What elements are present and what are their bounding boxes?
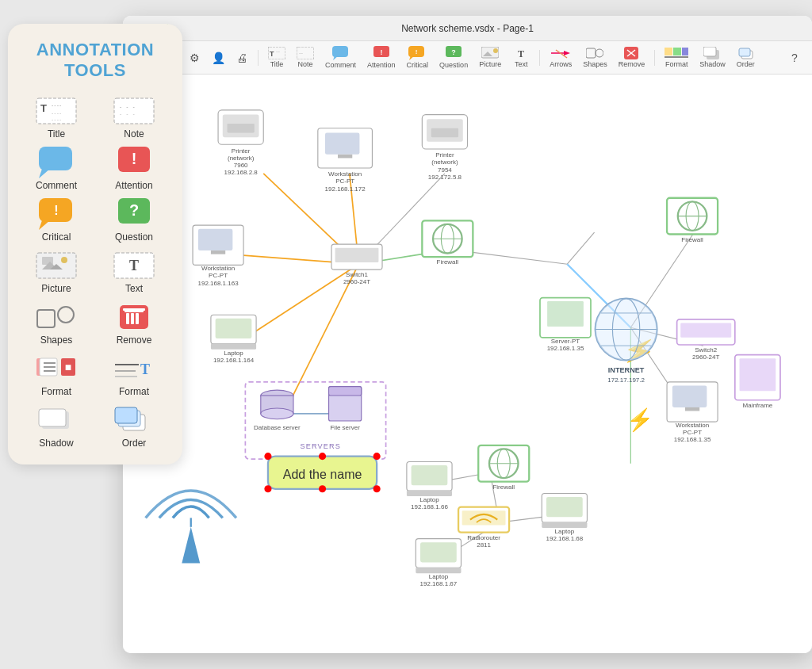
toolbar-group-comment[interactable]: Comment — [320, 44, 361, 71]
picture-svg — [36, 252, 77, 279]
svg-point-214 — [319, 453, 326, 460]
svg-text:!: ! — [416, 48, 418, 55]
toolbar-group-critical[interactable]: ! Critical — [402, 44, 434, 71]
svg-text:192.168.1.68: 192.168.1.68 — [546, 535, 583, 542]
comment-label: Comment — [36, 180, 77, 191]
svg-text:⚡: ⚡ — [626, 407, 654, 433]
svg-rect-53 — [332, 46, 348, 57]
svg-rect-180 — [329, 387, 362, 396]
tool-format-color[interactable]: ■ Format — [21, 354, 92, 397]
svg-text:192.168.2.8: 192.168.2.8 — [224, 169, 259, 176]
svg-text:2960-24T: 2960-24T — [692, 354, 719, 361]
title-svg: T ---- ---- ---- — [36, 97, 77, 124]
toolbar-group-picture[interactable]: Picture — [474, 45, 506, 70]
order-svg — [113, 407, 155, 434]
node-switch2: Switch2 2960-24T — [677, 319, 735, 361]
attention-icon: ! — [113, 147, 155, 178]
node-laptop4: Laptop 192.168.1.67 — [416, 539, 461, 587]
tool-attention[interactable]: ! Attention — [98, 147, 170, 191]
svg-point-70 — [596, 49, 603, 57]
svg-text:192.168.1.164: 192.168.1.164 — [213, 357, 255, 364]
toolbar-group-remove[interactable]: Remove — [614, 45, 650, 70]
tool-critical[interactable]: ! Critical — [21, 199, 92, 243]
svg-rect-31 — [123, 308, 145, 311]
svg-point-210 — [264, 453, 271, 460]
tool-note[interactable]: - - - - - - Note — [98, 96, 170, 140]
node-wifi — [146, 491, 236, 563]
canvas-area[interactable]: ⚡ ⚡ ⚡ Printer (network) 7960 192.168.2.8 — [123, 75, 812, 653]
format-text-icon: T — [113, 354, 155, 384]
format-color-icon: ■ — [36, 354, 77, 384]
node-mainframe: Mainframe — [735, 355, 780, 409]
tool-shadow[interactable]: Shadow — [21, 405, 92, 449]
tool-format-text[interactable]: T Format — [98, 354, 170, 397]
svg-text:Laptop: Laptop — [224, 350, 243, 357]
toolbar-group-order[interactable]: Order — [732, 45, 760, 70]
tool-comment[interactable]: Comment — [21, 147, 92, 191]
svg-rect-28 — [126, 313, 129, 324]
critical-svg: ! — [36, 197, 77, 231]
tool-text[interactable]: T Text — [98, 250, 170, 294]
svg-text:192.172.5.8: 192.172.5.8 — [428, 174, 462, 181]
toolbar-separator-3 — [654, 50, 655, 66]
svg-text:T: T — [140, 361, 150, 377]
svg-text:PC-PT: PC-PT — [335, 178, 354, 185]
svg-point-25 — [58, 307, 74, 323]
tool-question[interactable]: ? Question — [98, 199, 170, 243]
toolbar-note-label: Note — [298, 60, 313, 68]
add-name-group[interactable]: Add the name — [264, 453, 380, 492]
toolbar-group-shadow[interactable]: Shadow — [695, 45, 730, 70]
tool-title[interactable]: T ---- ---- ---- Title — [21, 96, 92, 140]
toolbar-group-shapes[interactable]: Shapes — [578, 45, 612, 70]
toolbar-group-attention[interactable]: ! Attention — [362, 44, 400, 71]
question-svg: ? — [113, 197, 155, 231]
svg-text:----: ---- — [52, 110, 62, 116]
tool-order[interactable]: Order — [98, 405, 170, 449]
node-serverpt: Server-PT 192.168.1.35 — [540, 298, 591, 352]
toolbar-critical-label: Critical — [407, 61, 429, 69]
svg-text:2811: 2811 — [477, 541, 491, 549]
toolbar-group-note[interactable]: --- Note — [292, 45, 319, 70]
toolbar-icon-1[interactable]: ⚙ — [183, 47, 205, 69]
toolbar-group-format[interactable]: Format — [660, 45, 693, 70]
toolbar-arrows-icon — [550, 47, 572, 59]
title-bar: Network scheme.vsdx - Page-1 — [123, 16, 812, 41]
app-window: Network scheme.vsdx - Page-1 Annotate ⚙ … — [123, 16, 812, 653]
toolbar-icon-2[interactable]: 👤 — [207, 47, 229, 69]
svg-text:T: T — [518, 48, 524, 59]
toolbar-note-icon: --- — [297, 47, 314, 59]
svg-text:7960: 7960 — [234, 162, 248, 169]
tool-shapes[interactable]: Shapes — [21, 302, 92, 346]
toolbar-group-question[interactable]: ? Question — [435, 44, 473, 71]
tool-remove[interactable]: Remove — [98, 302, 170, 346]
svg-text:- - -: - - - — [120, 111, 136, 117]
svg-text:T: T — [270, 50, 274, 58]
toolbar-help[interactable]: ? — [783, 47, 806, 69]
title-label: Title — [48, 128, 65, 140]
toolbar-title-icon: T --- — [268, 47, 285, 59]
svg-rect-171 — [547, 301, 584, 327]
svg-text:INTERNET: INTERNET — [608, 366, 645, 374]
toolbar-shadow-label: Shadow — [699, 60, 726, 68]
svg-text:!: ! — [132, 150, 137, 167]
toolbar-group-arrows[interactable]: Arrows — [545, 45, 576, 70]
svg-text:----: ---- — [52, 102, 62, 108]
svg-point-211 — [373, 453, 381, 460]
toolbar-group-text[interactable]: T Text — [508, 45, 534, 70]
toolbar-icon-3[interactable]: 🖨 — [231, 47, 253, 69]
text-label: Text — [125, 283, 143, 294]
note-svg: - - - - - - — [113, 97, 155, 124]
svg-text:Mainframe: Mainframe — [742, 402, 772, 409]
toolbar-format-icon — [665, 47, 688, 59]
picture-label: Picture — [41, 283, 71, 294]
toolbar-comment-label: Comment — [325, 61, 356, 69]
toolbar-attention-label: Attention — [367, 61, 396, 69]
svg-text:T: T — [40, 102, 47, 114]
svg-rect-126 — [211, 250, 225, 254]
toolbar-group-title[interactable]: T --- Title — [263, 45, 290, 70]
toolbar-format-label: Format — [665, 60, 688, 68]
svg-rect-140 — [216, 319, 252, 338]
tool-picture[interactable]: Picture — [21, 250, 92, 294]
toolbar-separator-2 — [539, 50, 540, 66]
svg-text:T: T — [129, 258, 139, 273]
